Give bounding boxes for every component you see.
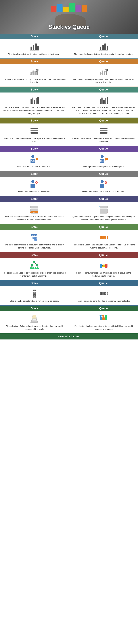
svg-rect-64 <box>100 209 107 211</box>
svg-text:PUSH: PUSH <box>31 160 35 162</box>
queue-icon-1 <box>99 67 108 76</box>
section-content-row-0: The stack is an abstract data type and l… <box>0 39 138 59</box>
stack-icon-0 <box>30 42 39 51</box>
svg-rect-1 <box>33 45 34 50</box>
svg-rect-49 <box>31 184 35 188</box>
stack-icon-8 <box>30 261 39 270</box>
stack-icon-1 <box>30 67 39 76</box>
svg-point-123 <box>100 315 102 317</box>
svg-rect-7 <box>104 44 106 50</box>
queue-text-8: Producer consumer problems are solved us… <box>72 272 136 277</box>
svg-text:PUSH: PUSH <box>100 160 105 162</box>
queue-icon-7 <box>99 233 108 242</box>
svg-rect-65 <box>100 211 107 214</box>
queue-text-7: The queue is a sequential data structure… <box>72 243 136 249</box>
svg-text:4: 4 <box>34 297 35 298</box>
queue-icon-5 <box>99 180 108 189</box>
section-content-row-10: The collection of plates placed one over… <box>0 311 138 334</box>
svg-rect-24 <box>100 99 101 104</box>
queue-text-5: Delete operation in the queue is called … <box>82 190 125 193</box>
section-queue-label-2: Queue <box>69 87 138 92</box>
queue-cell-3: Insertion and deletion of elements are c… <box>69 124 138 146</box>
svg-rect-5 <box>100 46 101 50</box>
queue-cell-5: Delete operation in the queue is called … <box>69 177 138 196</box>
svg-point-88 <box>35 267 37 270</box>
section-stack-label-4: Stack <box>0 146 69 152</box>
stack-text-10: The collection of plates placed one over… <box>3 325 66 330</box>
stack-cell-8: The stack can be used to solve problems … <box>0 258 69 280</box>
stack-text-3: Insertion and deletion of elements take … <box>3 137 66 143</box>
svg-point-125 <box>102 315 104 317</box>
stack-text-6: Only one pointer is maintained in the St… <box>3 215 66 221</box>
section-queue-label-7: Queue <box>69 224 138 230</box>
stack-text-1: The stack is implemented on top of basic… <box>3 78 66 84</box>
svg-point-121 <box>32 318 37 320</box>
svg-marker-42 <box>36 157 38 161</box>
stack-text-4: Insert operation is stack is called Push… <box>17 165 52 168</box>
section-stack-label-6: Stack <box>0 196 69 202</box>
section-9: StackQueue 1 2 3 4 Stacks can be conside… <box>0 280 138 306</box>
section-2: StackQueue The stack is a linear data st… <box>0 87 138 118</box>
section-stack-label-10: Stack <box>0 306 69 311</box>
svg-rect-126 <box>102 317 105 320</box>
svg-point-38 <box>31 155 34 158</box>
svg-rect-78 <box>104 236 106 239</box>
stack-icon-4: PUSH <box>30 154 39 164</box>
queue-icon-6 <box>99 204 108 214</box>
svg-rect-97 <box>105 264 107 268</box>
footer-url: www.educba.com <box>58 335 81 338</box>
svg-marker-47 <box>105 157 108 161</box>
svg-rect-13 <box>36 69 38 75</box>
section-content-row-8: The stack can be used to solve problems … <box>0 258 138 280</box>
svg-point-89 <box>37 267 39 270</box>
section-stack-label-9: Stack <box>0 280 69 286</box>
svg-marker-67 <box>107 212 108 214</box>
svg-text:TOP: TOP <box>33 212 36 213</box>
queue-text-6: Queue data structure requires maintainin… <box>72 215 136 221</box>
svg-rect-77 <box>102 236 104 239</box>
svg-rect-28 <box>107 97 108 104</box>
queue-icon-0 <box>99 42 108 51</box>
section-content-row-4: PUSH Insert operation is stack is called… <box>0 152 138 171</box>
svg-line-93 <box>33 266 33 268</box>
svg-line-94 <box>36 266 36 268</box>
svg-rect-36 <box>100 132 107 134</box>
queue-text-0: The queue is also an abstract data type … <box>74 53 133 56</box>
section-stack-label-3: Stack <box>0 118 69 124</box>
queue-icon-10 <box>99 314 108 323</box>
stack-text-0: The stack is an abstract data type and l… <box>8 53 60 56</box>
section-3: StackQueue Insertion and deletion of ele… <box>0 118 138 146</box>
stack-icon-3 <box>30 126 39 136</box>
queue-cell-6: Queue data structure requires maintainin… <box>69 202 138 224</box>
section-10: StackQueue The collection of plates plac… <box>0 306 138 334</box>
section-header-row-9: StackQueue <box>0 280 138 286</box>
svg-rect-18 <box>31 99 32 104</box>
svg-point-83 <box>33 261 35 263</box>
stack-icon-10 <box>30 314 39 323</box>
queue-text-10: People standing in a queue to pay the el… <box>72 325 136 330</box>
queue-icon-4: PUSH <box>99 154 108 164</box>
svg-rect-11 <box>33 70 34 75</box>
svg-marker-130 <box>108 320 108 322</box>
stack-cell-7: FUNC() FUNC() FUNC() The stack data stru… <box>0 230 69 252</box>
section-stack-label-0: Stack <box>0 34 69 39</box>
queue-cell-8: Producer consumer problems are solved us… <box>69 258 138 280</box>
queue-text-2: The queue is a linear data structure in … <box>72 106 136 115</box>
stack-text-9: Stacks can be considered as a vertical l… <box>10 300 59 302</box>
section-queue-label-6: Queue <box>69 196 138 202</box>
stack-cell-2: The stack is a linear data structure in … <box>0 92 69 118</box>
section-header-row-2: StackQueue <box>0 87 138 92</box>
section-queue-label-0: Queue <box>69 34 138 39</box>
queue-cell-9: 1 2 3 4 The queue can be considered as a… <box>69 286 138 305</box>
stack-cell-6: TOP Only one pointer is maintained in th… <box>0 202 69 224</box>
page-footer: www.educba.com <box>0 334 138 340</box>
section-header-row-10: StackQueue <box>0 306 138 311</box>
section-content-row-5: Delete operation is stack called Pop. De… <box>0 177 138 196</box>
sections-container: StackQueue The stack is an abstract data… <box>0 34 138 334</box>
svg-rect-37 <box>100 135 104 136</box>
section-content-row-3: Insertion and deletion of elements take … <box>0 124 138 146</box>
section-stack-label-5: Stack <box>0 171 69 177</box>
svg-rect-124 <box>100 317 102 320</box>
svg-point-48 <box>31 180 34 183</box>
queue-icon-8 <box>99 261 108 270</box>
